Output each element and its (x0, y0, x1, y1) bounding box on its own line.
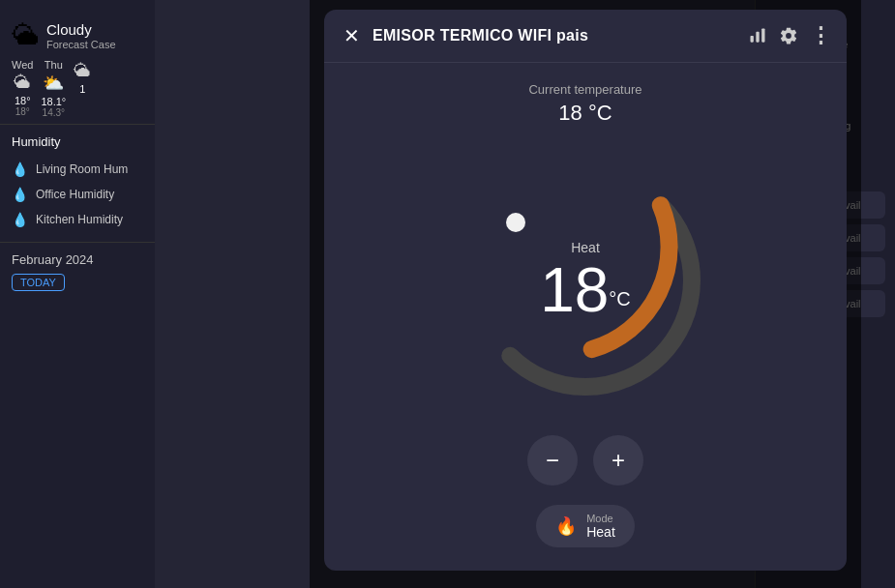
weather-days: Wed 🌥 18° 18° Thu ⛅ 18.1° 14.3° 🌥 1 (12, 59, 143, 118)
temp-low-thu: 14.3° (43, 107, 65, 118)
weather-day-wed: Wed 🌥 18° 18° (12, 59, 33, 118)
current-temp-label: Current temperature (528, 82, 641, 97)
weather-header: 🌥 Cloudy Forecast Case (12, 19, 143, 51)
weather-section: 🌥 Cloudy Forecast Case Wed 🌥 18° 18° Thu… (0, 10, 155, 125)
svg-rect-0 (751, 36, 754, 43)
settings-icon (779, 26, 798, 45)
thermostat-modal: ✕ EMISOR TERMICO WIFI pais (324, 10, 847, 571)
increase-icon: + (612, 447, 625, 474)
current-temp-value: 18 °C (558, 101, 612, 126)
drop-icon-office: 💧 (12, 187, 28, 202)
dial-temp-display: 18°C (540, 259, 631, 321)
mode-section[interactable]: 🔥 Mode Heat (536, 505, 635, 547)
dial-temp-value: 18 (540, 255, 609, 325)
main-content: ✕ EMISOR TERMICO WIFI pais (155, 0, 895, 588)
mode-text: Mode Heat (586, 513, 615, 540)
day-icon-wed: 🌥 (14, 73, 31, 93)
more-button[interactable]: ⋮ (810, 23, 831, 48)
svg-rect-1 (756, 32, 759, 43)
day-icon-thu: ⛅ (43, 73, 64, 94)
chart-button[interactable] (748, 26, 767, 45)
humidity-item-kitchen: 💧 Kitchen Humidity (12, 207, 143, 232)
drop-icon-kitchen: 💧 (12, 212, 28, 227)
calendar-title: February 2024 (12, 252, 143, 267)
today-badge[interactable]: TODAY (12, 274, 65, 291)
temp-low-wed: 18° (15, 106, 30, 117)
settings-button[interactable] (779, 26, 798, 45)
temp-high-wed: 18° (15, 95, 31, 106)
temp-high-extra: 1 (79, 83, 85, 95)
weather-day-thu: Thu ⛅ 18.1° 14.3° (41, 59, 66, 118)
fire-icon: 🔥 (555, 515, 577, 537)
modal-title: EMISOR TERMICO WIFI pais (373, 27, 738, 44)
thermostat-dial: Heat 18°C (450, 145, 721, 416)
humidity-label-kitchen: Kitchen Humidity (36, 213, 123, 226)
modal-close-button[interactable]: ✕ (340, 24, 363, 47)
dial-mode-label: Heat (540, 240, 631, 255)
humidity-label-office: Office Humidity (36, 188, 114, 201)
modal-header: ✕ EMISOR TERMICO WIFI pais (324, 10, 847, 63)
day-name-thu: Thu (45, 59, 63, 71)
dial-indicator-dot (506, 213, 525, 232)
weather-subtitle: Forecast Case (46, 39, 116, 50)
center-area: ✕ EMISOR TERMICO WIFI pais (155, 0, 755, 588)
temp-high-thu: 18.1° (41, 96, 66, 107)
weather-icon-large: 🌥 (12, 19, 39, 51)
dial-temp-unit: °C (609, 288, 630, 309)
humidity-label-living: Living Room Hum (36, 162, 128, 176)
humidity-title: Humidity (12, 134, 143, 149)
left-panel: 🌥 Cloudy Forecast Case Wed 🌥 18° 18° Thu… (0, 0, 155, 588)
mode-value: Heat (586, 524, 615, 540)
weather-day-extra: 🌥 1 (74, 59, 91, 118)
mode-label: Mode (586, 513, 615, 524)
modal-body: Current temperature 18 °C (324, 63, 847, 567)
thermostat-controls: − + (527, 435, 643, 485)
decrease-icon: − (546, 447, 559, 474)
chart-icon (748, 26, 767, 45)
dial-center-content: Heat 18°C (540, 240, 631, 321)
decrease-button[interactable]: − (527, 435, 578, 485)
svg-rect-2 (761, 29, 764, 43)
modal-overlay: ✕ EMISOR TERMICO WIFI pais (310, 0, 861, 588)
day-name-wed: Wed (12, 59, 33, 71)
humidity-item-living: 💧 Living Room Hum (12, 157, 143, 182)
drop-icon-living: 💧 (12, 162, 28, 177)
day-icon-extra: 🌥 (74, 61, 91, 81)
calendar-section: February 2024 TODAY (0, 242, 155, 301)
increase-button[interactable]: + (593, 435, 643, 485)
modal-actions: ⋮ (748, 23, 831, 48)
humidity-item-office: 💧 Office Humidity (12, 182, 143, 207)
weather-title: Cloudy (46, 21, 116, 39)
humidity-section: Humidity 💧 Living Room Hum 💧 Office Humi… (0, 125, 155, 242)
